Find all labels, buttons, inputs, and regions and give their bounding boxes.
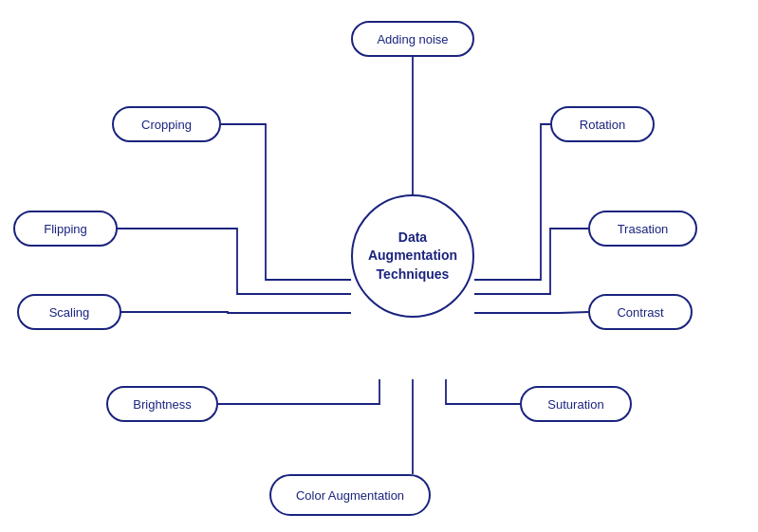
brightness-label: Brightness [133, 397, 191, 412]
mind-map-diagram: Data Augmentation Techniques Adding nois… [0, 0, 758, 532]
adding-noise-label: Adding noise [377, 32, 448, 46]
center-label: Data Augmentation Techniques [353, 229, 472, 284]
contrast-node: Contrast [588, 294, 693, 330]
cropping-label: Cropping [141, 118, 192, 132]
translation-label: Trasation [618, 222, 669, 236]
center-node: Data Augmentation Techniques [351, 194, 474, 318]
scaling-node: Scaling [17, 294, 121, 330]
color-augmentation-node: Color Augmentation [269, 474, 431, 516]
brightness-node: Brightness [106, 386, 218, 422]
scaling-label: Scaling [49, 305, 90, 320]
flipping-node: Flipping [13, 211, 118, 247]
adding-noise-node: Adding noise [351, 21, 474, 57]
rotation-node: Rotation [550, 106, 655, 142]
color-augmentation-label: Color Augmentation [296, 488, 404, 503]
saturation-node: Suturation [520, 386, 632, 422]
saturation-label: Suturation [547, 397, 603, 412]
translation-node: Trasation [588, 211, 697, 247]
contrast-label: Contrast [617, 305, 663, 320]
rotation-label: Rotation [580, 118, 625, 132]
flipping-label: Flipping [44, 222, 87, 236]
cropping-node: Cropping [112, 106, 221, 142]
